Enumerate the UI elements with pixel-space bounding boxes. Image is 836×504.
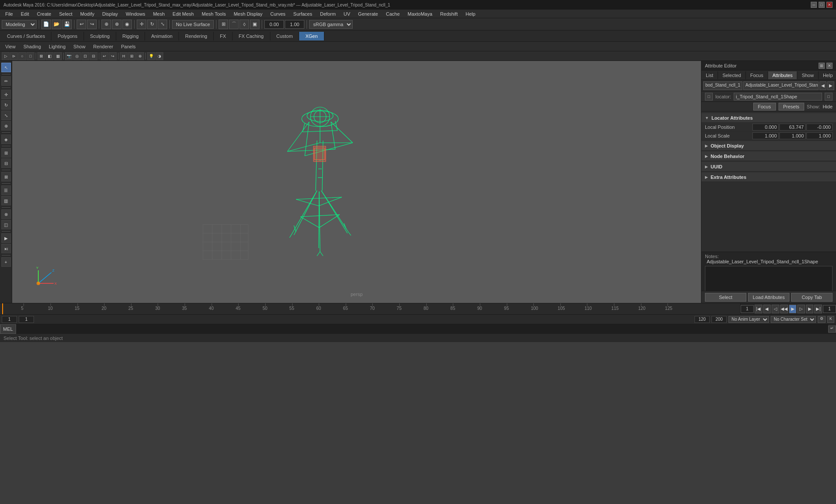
locator-attributes-header[interactable]: ▼ Locator Attributes — [701, 113, 836, 123]
menu-mesh-display[interactable]: Mesh Display — [230, 10, 266, 17]
script-run-btn[interactable]: ↵ — [828, 326, 836, 333]
range-max-input[interactable] — [711, 316, 727, 323]
menu-file[interactable]: File — [2, 10, 17, 17]
attr-tab-selected[interactable]: Selected — [718, 71, 746, 79]
save-btn[interactable]: 💾 — [62, 20, 72, 29]
snap-point-btn[interactable]: ◊ — [239, 20, 249, 29]
uuid-header[interactable]: ▶ UUID — [701, 162, 836, 171]
current-frame-input[interactable] — [741, 305, 754, 313]
snap-together-btn[interactable]: ⊟ — [1, 158, 11, 168]
light-btn[interactable]: 💡 — [147, 52, 155, 60]
anim-layer-dropdown[interactable]: No Anim Layer — [728, 316, 769, 323]
open-btn[interactable]: 📂 — [52, 20, 61, 29]
select-button[interactable]: Select — [705, 293, 746, 302]
attr-tab-list[interactable]: List — [701, 71, 718, 79]
view-menu-lighting[interactable]: Lighting — [45, 43, 69, 50]
next-frame-btn[interactable]: ▶ — [806, 305, 814, 313]
isolate-btn[interactable]: ◎ — [73, 52, 81, 60]
menu-mesh[interactable]: Mesh — [149, 10, 168, 17]
select-tool-lt-btn[interactable]: ↖ — [1, 63, 11, 72]
menu-select[interactable]: Select — [56, 10, 76, 17]
menu-cache[interactable]: Cache — [382, 10, 403, 17]
hud-btn[interactable]: H — [120, 52, 128, 60]
tab-xgen[interactable]: XGen — [299, 32, 324, 40]
object-display-header[interactable]: ▶ Object Display — [701, 141, 836, 151]
local-scale-x[interactable] — [752, 132, 779, 139]
manipulator-btn[interactable]: ◈ — [1, 134, 11, 144]
node-editor-btn[interactable]: ⊗ — [1, 209, 11, 219]
paint-select-btn[interactable]: ◉ — [122, 20, 132, 29]
menu-uv[interactable]: UV — [340, 10, 354, 17]
undo-view-btn[interactable]: ↩ — [101, 52, 108, 60]
move-lt-btn[interactable]: ✛ — [1, 90, 11, 99]
undo-btn[interactable]: ↩ — [77, 20, 86, 29]
menu-maxtomaya[interactable]: MaxtoMaya — [404, 10, 436, 17]
hypershade-btn[interactable]: ◫ — [1, 220, 11, 229]
attr-tab-show[interactable]: Show — [797, 71, 819, 79]
more-tools-btn[interactable]: + — [1, 257, 11, 267]
menu-windows[interactable]: Windows — [122, 10, 149, 17]
shadow-btn[interactable]: ◑ — [155, 52, 163, 60]
local-pos-x[interactable] — [752, 124, 779, 131]
scale-lt-btn[interactable]: ⤡ — [1, 111, 11, 120]
snap-to-together-btn[interactable]: ⊞ — [1, 148, 11, 158]
tab-curves-surfaces[interactable]: Curves / Surfaces — [1, 32, 51, 40]
tab-rigging[interactable]: Rigging — [116, 32, 145, 40]
range-options-btn[interactable]: ⚙ — [818, 316, 826, 323]
tab-custom[interactable]: Custom — [270, 32, 300, 40]
view-menu-panels[interactable]: Panels — [118, 43, 139, 50]
minimize-button[interactable]: ─ — [811, 2, 817, 8]
frame-sel-btn[interactable]: ⊟ — [90, 52, 98, 60]
redo-view-btn[interactable]: ↪ — [109, 52, 117, 60]
local-pos-y[interactable] — [779, 124, 806, 131]
copy-tab-button[interactable]: Copy Tab — [791, 293, 833, 302]
select-all-btn[interactable]: ▷ — [2, 52, 10, 60]
tab-sculpting[interactable]: Sculpting — [84, 32, 116, 40]
local-scale-y[interactable] — [779, 132, 806, 139]
gamma-dropdown[interactable]: sRGB gamma — [309, 20, 353, 29]
attr-editor-float-btn[interactable]: ⊞ — [819, 63, 825, 69]
menu-redshift[interactable]: Redshift — [437, 10, 461, 17]
component-mode-btn[interactable]: □ — [27, 52, 34, 60]
node-behavior-header[interactable]: ▶ Node Behavior — [701, 151, 836, 161]
snap-surface-btn[interactable]: ▣ — [250, 20, 260, 29]
channel-box-btn[interactable]: ▥ — [1, 196, 11, 205]
transform-lt-btn[interactable]: ⊕ — [1, 121, 11, 131]
local-pos-z[interactable] — [806, 124, 833, 131]
timeline-ruler[interactable]: 5101520253035404550556065707580859095100… — [0, 303, 740, 314]
notes-textarea[interactable] — [705, 266, 833, 292]
menu-generate[interactable]: Generate — [354, 10, 381, 17]
rotate-lt-btn[interactable]: ↻ — [1, 100, 11, 110]
menu-surfaces[interactable]: Surfaces — [290, 10, 316, 17]
menu-curves[interactable]: Curves — [267, 10, 289, 17]
menu-edit-mesh[interactable]: Edit Mesh — [169, 10, 197, 17]
locator-icon-right[interactable]: □ — [825, 93, 833, 101]
go-start-btn[interactable]: |◀ — [755, 305, 762, 313]
tab-fx-caching[interactable]: FX Caching — [233, 32, 270, 40]
view-menu-view[interactable]: View — [2, 43, 19, 50]
script-input[interactable] — [16, 324, 828, 334]
rotate-tool-btn[interactable]: ↻ — [147, 20, 157, 29]
prev-node-btn[interactable]: ◀ — [819, 81, 826, 90]
tab-rendering[interactable]: Rendering — [179, 32, 214, 40]
redo-btn[interactable]: ↪ — [87, 20, 97, 29]
wireframe-btn[interactable]: ⊠ — [37, 52, 45, 60]
next-node-btn[interactable]: ▶ — [827, 81, 834, 90]
attr-tab-attributes[interactable]: Attributes — [768, 71, 797, 79]
tab-animation[interactable]: Animation — [145, 32, 179, 40]
toolbar-value2[interactable]: 1.00 — [285, 20, 304, 29]
frame-all-btn[interactable]: ⊡ — [81, 52, 89, 60]
paint-tool-btn[interactable]: ✏ — [1, 76, 11, 86]
play-fwd-btn[interactable]: ▶ — [789, 305, 797, 313]
toolbar-value1[interactable]: 0.00 — [264, 20, 284, 29]
attr-tab-help[interactable]: Help — [819, 71, 836, 79]
object-mode-btn[interactable]: ○ — [18, 52, 26, 60]
menu-display[interactable]: Display — [99, 10, 121, 17]
prev-frame-btn[interactable]: ◀ — [763, 305, 771, 313]
maximize-button[interactable]: □ — [819, 2, 825, 8]
menu-modify[interactable]: Modify — [77, 10, 98, 17]
view-menu-renderer[interactable]: Renderer — [90, 43, 117, 50]
no-live-surface-btn[interactable]: No Live Surface — [172, 20, 214, 29]
menu-mesh-tools[interactable]: Mesh Tools — [198, 10, 229, 17]
end-frame-display[interactable] — [823, 305, 836, 313]
